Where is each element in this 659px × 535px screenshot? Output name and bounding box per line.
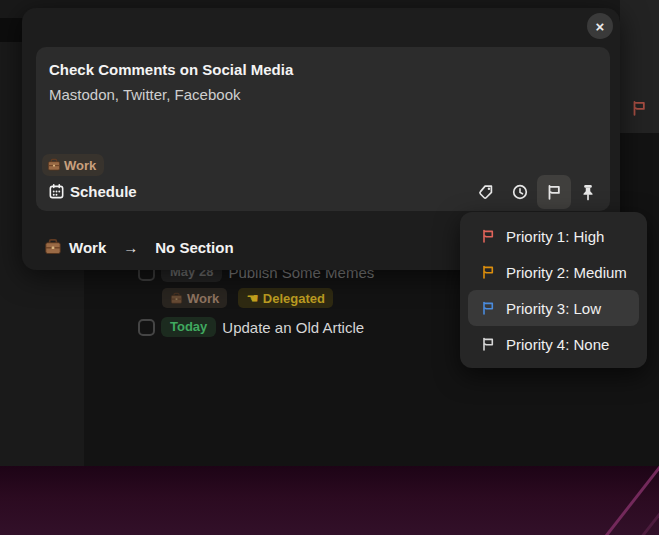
flag-icon: [480, 300, 496, 316]
close-icon: ×: [596, 18, 605, 35]
menu-item-priority-4[interactable]: Priority 4: None: [468, 326, 639, 362]
task-checkbox[interactable]: [138, 319, 155, 336]
task-title: Update an Old Article: [222, 319, 364, 336]
flag-icon: [480, 264, 496, 280]
delegated-tag: ☚ Delegated: [238, 288, 333, 308]
schedule-button[interactable]: Schedule: [48, 183, 137, 200]
due-today-badge: Today: [161, 317, 216, 337]
clock-icon: [511, 183, 529, 201]
priority-menu: Priority 1: High Priority 2: Medium Prio…: [460, 212, 647, 368]
briefcase-icon: [170, 292, 183, 305]
task-edit-card: Check Comments on Social Media Mastodon,…: [36, 47, 610, 211]
pin-icon: [579, 183, 597, 201]
task-description-input[interactable]: Mastodon, Twitter, Facebook: [49, 86, 241, 103]
work-tag: Work: [162, 288, 227, 308]
close-button[interactable]: ×: [587, 13, 613, 39]
menu-item-priority-1[interactable]: Priority 1: High: [468, 218, 639, 254]
menu-item-priority-3[interactable]: Priority 3: Low: [468, 290, 639, 326]
pointing-hand-icon: ☚: [246, 291, 259, 305]
calendar-icon: [48, 183, 65, 200]
wallpaper-line: [575, 466, 659, 535]
briefcase-icon: [47, 158, 61, 172]
section-name: No Section: [155, 239, 233, 256]
arrow-right-icon: →: [123, 239, 138, 256]
flag-icon: [480, 228, 496, 244]
priority-button[interactable]: [537, 175, 571, 209]
task-title-input[interactable]: Check Comments on Social Media: [49, 61, 293, 78]
screen: May 28 Publish Some Memes Work ☚ Delegat…: [0, 0, 659, 535]
flag-icon: [480, 336, 496, 352]
menu-item-priority-2[interactable]: Priority 2: Medium: [468, 254, 639, 290]
task-row[interactable]: Today Update an Old Article: [138, 317, 364, 337]
desktop-wallpaper: [0, 466, 659, 535]
tag-icon: [477, 183, 495, 201]
flag-icon: [630, 99, 648, 117]
project-section-button[interactable]: Work → No Section: [44, 234, 234, 260]
pin-button[interactable]: [571, 175, 605, 209]
reminder-button[interactable]: [503, 175, 537, 209]
project-name: Work: [69, 239, 106, 256]
task-tags-row: Work ☚ Delegated: [162, 288, 333, 308]
briefcase-icon: [44, 238, 62, 256]
card-toolbar: Schedule: [36, 173, 610, 210]
flag-icon: [545, 183, 563, 201]
labels-button[interactable]: [469, 175, 503, 209]
